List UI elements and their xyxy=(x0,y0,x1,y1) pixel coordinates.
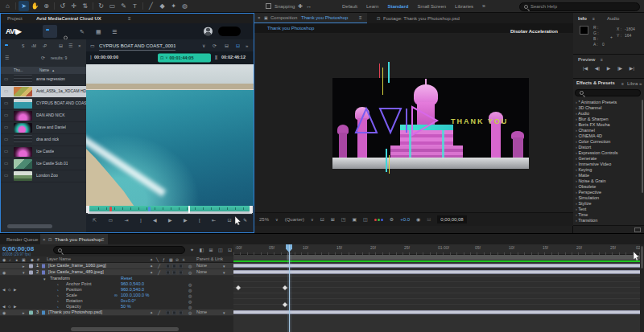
time-ruler[interactable]: :00f 05f 10f 15f 20f 25f 01:00f 05f 10f … xyxy=(233,244,640,255)
scale-link-icon[interactable]: ∞ xyxy=(114,293,118,298)
tab-render-queue[interactable]: Render Queue xyxy=(6,237,38,242)
effect-category[interactable]: Matte xyxy=(576,174,589,178)
mode-box[interactable] xyxy=(172,270,176,274)
parent-dropdown[interactable]: None xyxy=(196,310,207,315)
blue-marker[interactable] xyxy=(148,207,151,211)
effect-category[interactable]: Obsolete xyxy=(576,185,596,190)
mode-box[interactable] xyxy=(166,264,170,268)
filter-masterclips[interactable]: ›M xyxy=(31,44,36,48)
menu-icon[interactable]: ☰ xyxy=(5,55,9,60)
property-value[interactable]: 960.0,540.0 xyxy=(121,288,144,293)
effect-category[interactable]: Time xyxy=(576,213,588,218)
rectangle-tool-icon[interactable]: ▭ xyxy=(107,1,118,11)
layer-bar-3[interactable] xyxy=(233,310,640,314)
scrollbar-thumb[interactable] xyxy=(641,246,643,268)
brush-tool-icon[interactable]: ╱ xyxy=(146,1,156,11)
effect-category[interactable]: Generate xyxy=(576,157,597,162)
fx-switch-icon[interactable]: ╱ xyxy=(158,310,160,314)
parent-dropdown[interactable]: None xyxy=(196,270,207,275)
mask-toggle-icon[interactable]: ◳ xyxy=(341,217,346,222)
comp-current-timecode[interactable]: 0;00;00;08 xyxy=(437,215,466,223)
puppet-pin-tool-icon[interactable]: ✦ xyxy=(168,1,179,11)
viewer-clip-title[interactable]: CYPRUS BOAT AND COAST_0001 xyxy=(99,43,175,51)
snapping-checkbox[interactable] xyxy=(266,3,271,9)
list-item-selected[interactable]: ▭Avid_AS5k_1a_XDCAM HD-422 xyxy=(1,86,87,98)
pickwhip-icon[interactable]: ◎ xyxy=(188,289,192,293)
filter-projects[interactable]: ›P xyxy=(43,44,47,48)
edit-icon[interactable]: ✎ xyxy=(80,29,85,35)
new-folder-icon[interactable] xyxy=(634,227,641,232)
property-value[interactable]: 100.0,100.0 % xyxy=(121,293,149,298)
red-marker[interactable] xyxy=(109,207,112,211)
property-value[interactable]: 0x+0.0° xyxy=(121,299,136,304)
effect-category[interactable]: Expression Controls xyxy=(576,151,618,156)
solo-column-icon[interactable]: ● xyxy=(15,257,18,261)
property-value[interactable]: 960.0,540.0 xyxy=(121,282,144,287)
effect-category[interactable]: Audio xyxy=(576,112,589,117)
effect-category[interactable]: * Animation Presets xyxy=(576,100,617,105)
label-swatch[interactable] xyxy=(29,310,33,314)
effects-search-field[interactable] xyxy=(575,89,641,96)
search-help-field[interactable]: Search Help xyxy=(519,2,640,11)
panel-menu-icon[interactable]: ≡ xyxy=(101,237,105,242)
mark-clip-icon[interactable]: ▭ xyxy=(108,218,113,223)
zoom-level-dropdown[interactable]: 25% xyxy=(259,217,269,222)
view-layout-icon[interactable]: ◫ xyxy=(363,217,368,222)
playhead-line[interactable] xyxy=(289,244,290,332)
property-name[interactable]: Scale xyxy=(66,293,77,298)
output-icon[interactable]: ⊡ xyxy=(228,218,232,223)
chevron-down-icon[interactable]: ▾ xyxy=(223,264,225,268)
tab-avid-mediacentral[interactable]: Avid MediaCentral Cloud UX xyxy=(36,16,101,21)
more-tabs-icon[interactable]: » xyxy=(639,81,642,86)
tab-info[interactable]: Info xyxy=(578,16,587,21)
effect-category[interactable]: 3D Channel xyxy=(576,106,601,111)
roi-icon[interactable]: ⊡ xyxy=(320,217,324,222)
timeline-current-timecode[interactable]: 0;00;00;08 xyxy=(2,246,34,252)
tab-preview[interactable]: Preview xyxy=(578,57,595,62)
prev-keyframe-icon[interactable]: ◀ xyxy=(2,305,5,309)
stopwatch-icon[interactable]: ◔ xyxy=(56,300,59,304)
horizontal-scrollbar[interactable] xyxy=(7,224,52,228)
motion-blur-icon[interactable]: ⊡ xyxy=(228,248,232,252)
scrubber-start-handle[interactable] xyxy=(86,206,89,213)
eye-icon[interactable]: ◉ xyxy=(2,270,6,274)
annotate-icon[interactable]: ✎ xyxy=(243,218,247,223)
more-workspaces-icon[interactable]: » xyxy=(482,3,485,9)
panel-menu-icon[interactable]: ≡ xyxy=(128,16,131,21)
layer-bar-2[interactable] xyxy=(233,270,640,274)
more-icon[interactable]: » xyxy=(246,43,248,48)
panels-icon[interactable]: ☰ xyxy=(112,29,117,35)
list-item[interactable]: ▭anna regression xyxy=(1,74,87,86)
layer-name[interactable]: [Ice Castle_frame_489.jpeg] xyxy=(48,270,104,275)
effect-category[interactable]: Color Correction xyxy=(576,140,610,145)
effect-category[interactable]: Stylize xyxy=(576,202,592,207)
tab-audio[interactable]: Audio xyxy=(607,16,619,21)
mode-box[interactable] xyxy=(179,270,183,274)
quality-switch-icon[interactable]: ✦ xyxy=(150,270,153,274)
tab-footage[interactable]: ⊡ Footage: Thank you Photoshop.psd xyxy=(375,13,496,23)
chevron-down-icon[interactable]: ▾ xyxy=(223,270,225,274)
goto-out-icon[interactable]: ⇤ xyxy=(212,218,216,223)
effect-category[interactable]: Text xyxy=(576,207,586,212)
eraser-tool-icon[interactable]: ◆ xyxy=(157,1,167,11)
mode-box[interactable] xyxy=(172,264,176,268)
twirl-icon[interactable]: ▾ xyxy=(23,270,25,274)
exposure-value[interactable]: +0.0 xyxy=(400,217,410,222)
home-icon[interactable]: ⌂ xyxy=(2,1,13,11)
mode-box[interactable] xyxy=(166,270,170,274)
prev-frame-icon[interactable]: ◀| xyxy=(595,66,600,71)
workspace-tab-small-screen[interactable]: Small Screen xyxy=(417,4,446,9)
prev-keyframe-icon[interactable]: ◀ xyxy=(2,289,5,293)
scrollbar[interactable] xyxy=(642,100,644,193)
pickwhip-icon[interactable]: ◎ xyxy=(188,283,192,287)
workspace-tab-learn[interactable]: Learn xyxy=(366,4,378,9)
audio-column-icon[interactable]: ♪ xyxy=(9,257,11,261)
next-keyframe-icon[interactable]: ▶ xyxy=(14,289,16,293)
tab-libraries[interactable]: Libra xyxy=(627,81,638,86)
group-name[interactable]: Transform xyxy=(50,277,70,281)
snapshot-camera-icon[interactable]: ◉ xyxy=(416,217,420,222)
export-icon[interactable]: ⊟ xyxy=(225,43,229,48)
play-icon[interactable]: ▶ xyxy=(168,218,172,223)
workspace-tab-standard[interactable]: Standard xyxy=(387,4,408,9)
effect-category[interactable]: Channel xyxy=(576,129,595,133)
